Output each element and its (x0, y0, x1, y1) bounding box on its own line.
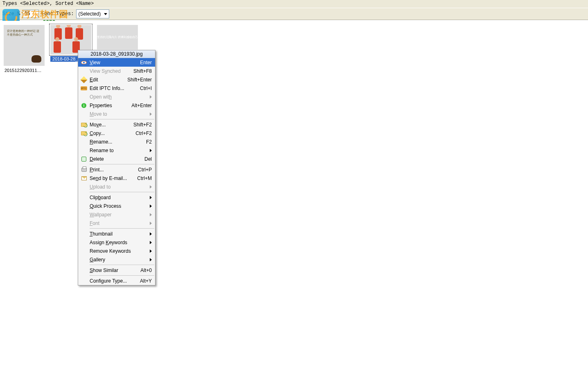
menu-item-shortcut: Alt+0 (140, 267, 152, 273)
iptc-icon: IPTC (80, 85, 88, 92)
types-dropdown[interactable]: (Selected) (76, 9, 109, 18)
menu-item[interactable]: Copy...Ctrl+F2 (78, 129, 155, 137)
chevron-right-icon (150, 258, 152, 261)
blank-icon (80, 203, 88, 209)
blank-icon (80, 139, 88, 145)
menu-item-label: Show Similar (90, 267, 140, 273)
menu-item: Move to (78, 110, 155, 118)
menu-item[interactable]: Assign Keywords (78, 238, 155, 247)
thumbnail-item[interactable]: 设计是相命的一种对记 这不是自由心一种方式 20151229203114_zx.… (2, 25, 46, 73)
foldg-icon (80, 130, 88, 137)
chevron-right-icon (150, 232, 152, 236)
menu-item: Wallpaper (78, 210, 155, 219)
menu-item[interactable]: DeleteDel (78, 155, 155, 163)
chevron-right-icon (150, 196, 152, 199)
menu-item[interactable]: iPropertiesAlt+Enter (78, 101, 155, 110)
blank-icon (80, 231, 88, 237)
menu-item[interactable]: Configure Type...Alt+Y (78, 276, 155, 285)
menu-item-label: Font (90, 220, 147, 226)
menu-item-label: Thumbnail (90, 231, 147, 237)
blank-icon (80, 184, 88, 190)
menu-item-label: Copy... (90, 130, 135, 136)
font-types-label: Font Types: (41, 11, 74, 17)
menu-item[interactable]: Gallery (78, 255, 155, 264)
menu-item-shortcut: Ctrl+I (140, 85, 152, 91)
thumbnail-item[interactable]: 坚持的无限内方 拼搏到感动自己 (96, 25, 139, 52)
blank-icon (80, 194, 88, 201)
menu-item-label: Print... (90, 167, 138, 173)
eye-icon (80, 59, 88, 66)
chevron-right-icon (150, 241, 152, 244)
menu-item: Font (78, 219, 155, 227)
menu-item-shortcut: Alt+Enter (131, 103, 152, 108)
menu-item-label: View (90, 60, 140, 65)
menu-item[interactable]: Quick Process (78, 202, 155, 210)
blank-icon (80, 267, 88, 274)
menu-separator (90, 119, 154, 119)
chevron-right-icon (150, 204, 152, 208)
prn-icon (80, 166, 88, 173)
foldg-icon (80, 121, 88, 128)
menu-item-shortcut: Enter (140, 60, 152, 65)
menu-item[interactable]: Rename to (78, 146, 155, 155)
menu-item-label: Properties (90, 103, 131, 108)
menu-item-shortcut: F2 (146, 139, 152, 145)
menu-item-label: Quick Process (90, 203, 147, 209)
context-menu-title: 2018-03-28_091930.jpg (78, 50, 155, 58)
edit-icon (80, 76, 88, 83)
menu-item-label: Assign Keywords (90, 240, 147, 245)
blank-icon (80, 248, 88, 254)
menu-item[interactable]: Rename...F2 (78, 137, 155, 146)
chevron-right-icon (150, 185, 152, 189)
menu-item-shortcut: Ctrl+F2 (135, 130, 152, 136)
menu-separator (90, 275, 154, 276)
menu-item[interactable]: Show SimilarAlt+0 (78, 266, 155, 274)
blank-icon (80, 211, 88, 218)
menu-item-shortcut: Ctrl+M (137, 175, 152, 181)
blank-icon (80, 256, 88, 263)
menu-item[interactable]: Remove Keywords (78, 247, 155, 255)
blank-icon (80, 111, 88, 117)
blank-icon (80, 220, 88, 227)
menu-item[interactable]: Thumbnail (78, 229, 155, 238)
del-icon (80, 156, 88, 162)
menu-item[interactable]: Send by E-mail...Ctrl+M (78, 174, 155, 182)
menu-item-label: Edit IPTC Info... (90, 85, 140, 91)
menu-separator (90, 265, 154, 265)
menu-item[interactable]: IPTCEdit IPTC Info...Ctrl+I (78, 84, 155, 92)
menu-item-label: Delete (90, 156, 144, 162)
chevron-right-icon (150, 213, 152, 216)
menu-item-label: Move... (90, 122, 133, 128)
blank-icon (80, 68, 88, 74)
menu-item-label: Rename to (90, 148, 147, 153)
toolbar: Size % Font Types: (Selected) (0, 8, 588, 20)
menu-item[interactable]: ViewEnter (78, 58, 155, 67)
types-dropdown-value: (Selected) (78, 11, 101, 17)
chevron-down-icon (104, 13, 107, 15)
menu-item-label: View Synched (90, 68, 133, 74)
menu-item[interactable]: EditShift+Enter (78, 75, 155, 84)
menu-item-shortcut: Shift+F8 (133, 68, 152, 74)
menu-item-label: Edit (90, 77, 127, 83)
menu-item-label: Gallery (90, 257, 147, 263)
size-input[interactable] (23, 10, 39, 18)
menu-item[interactable]: Move...Shift+F2 (78, 120, 155, 129)
menu-item-label: Rename... (90, 139, 146, 145)
context-menu: 2018-03-28_091930.jpg ViewEnterView Sync… (78, 50, 155, 285)
menu-separator (90, 192, 154, 192)
status-bar: Types <Selected>, Sorted <Name> (0, 0, 588, 8)
chevron-right-icon (150, 112, 152, 116)
chevron-right-icon (150, 149, 152, 152)
menu-item-shortcut: Del (144, 156, 152, 162)
menu-item[interactable]: Print...Ctrl+P (78, 165, 155, 174)
chevron-right-icon (150, 95, 152, 99)
menu-item: Open with (78, 92, 155, 101)
menu-item-label: Open with (90, 94, 147, 100)
blank-icon (80, 239, 88, 246)
menu-item: Upload to (78, 182, 155, 191)
info-icon: i (80, 102, 88, 109)
blank-icon (80, 147, 88, 154)
menu-item[interactable]: Clipboard (78, 193, 155, 202)
menu-item-shortcut: Alt+Y (140, 278, 152, 284)
menu-separator (90, 164, 154, 164)
